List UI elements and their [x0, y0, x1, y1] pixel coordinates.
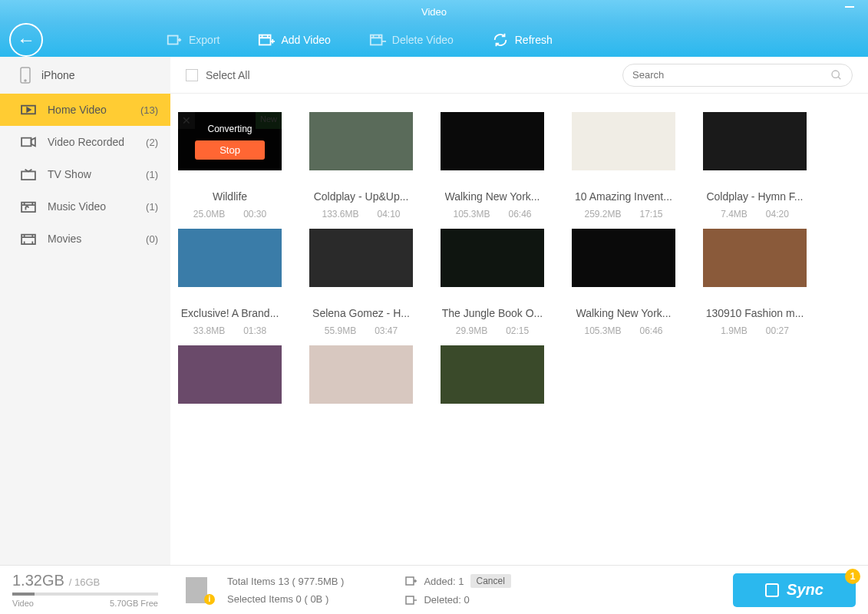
svg-rect-12 — [406, 596, 414, 604]
sidebar-item-music-video[interactable]: Music Video(1) — [0, 190, 170, 223]
sync-button[interactable]: Sync 1 — [733, 573, 856, 607]
stats: Total Items 13 ( 977.5MB ) Selected Item… — [227, 576, 344, 605]
video-thumbnail — [441, 345, 544, 404]
video-title: 10 Amazing Invent... — [575, 190, 672, 203]
video-meta: 25.0MB00:30 — [193, 209, 266, 220]
delete-video-button[interactable]: Delete Video — [369, 31, 454, 48]
video-card[interactable]: Coldplay - Up&Up...133.6MB04:10 — [309, 112, 413, 220]
delete-video-icon — [369, 31, 386, 48]
sync-label: Sync — [787, 581, 823, 599]
added-icon — [405, 576, 417, 586]
video-size: 25.0MB — [193, 209, 225, 220]
sidebar-item-count: (1) — [146, 201, 158, 213]
video-title: Walking New York... — [445, 190, 540, 203]
video-thumbnail — [703, 112, 807, 170]
video-card[interactable] — [309, 345, 413, 430]
video-card[interactable]: Walking New York...105.3MB06:46 — [441, 112, 544, 220]
device-label: iPhone — [41, 69, 75, 81]
video-card[interactable] — [441, 345, 544, 430]
video-card[interactable]: 130910 Fashion m...1.9MB00:27 — [703, 229, 807, 336]
refresh-icon — [492, 31, 509, 48]
search-box[interactable] — [622, 64, 853, 87]
video-title: Wildlife — [213, 190, 247, 203]
sidebar-item-movies[interactable]: Movies(0) — [0, 223, 170, 255]
info-icon[interactable]: i — [186, 577, 212, 603]
video-size: 33.8MB — [193, 325, 225, 336]
sidebar-item-tv-show[interactable]: TV Show(1) — [0, 158, 170, 190]
video-card[interactable]: 10 Amazing Invent...259.2MB17:15 — [572, 112, 675, 220]
footer: 1.32GB / 16GB Video 5.70GB Free i Total … — [0, 565, 868, 614]
device-row[interactable]: iPhone — [0, 57, 170, 94]
search-input[interactable] — [632, 69, 830, 81]
svg-rect-7 — [21, 171, 35, 180]
storage-bar — [12, 593, 158, 596]
svg-point-10 — [832, 71, 839, 78]
video-card[interactable]: Exclusive! A Brand...33.8MB01:38 — [178, 229, 282, 336]
add-video-button[interactable]: Add Video — [258, 31, 330, 48]
phone-icon — [20, 67, 31, 84]
video-title: Coldplay - Hymn F... — [706, 190, 803, 203]
cancel-button[interactable]: Cancel — [470, 574, 511, 588]
video-card[interactable]: Coldplay - Hymn F...7.4MB04:20 — [703, 112, 807, 220]
video-title: Selena Gomez - H... — [312, 307, 410, 319]
video-title: Coldplay - Up&Up... — [314, 190, 409, 203]
export-icon — [166, 31, 183, 48]
video-duration: 00:27 — [766, 325, 789, 336]
storage-free: 5.70GB Free — [110, 599, 158, 608]
video-meta: 55.9MB03:47 — [325, 325, 398, 336]
svg-point-4 — [25, 80, 26, 81]
export-label: Export — [189, 34, 219, 46]
sidebar-item-count: (2) — [146, 137, 158, 148]
add-video-icon — [258, 31, 275, 48]
video-card[interactable]: The Jungle Book O...29.9MB02:15 — [441, 229, 544, 336]
video-meta: 33.8MB01:38 — [193, 325, 266, 336]
storage-label: Video — [12, 599, 34, 608]
video-duration: 17:15 — [640, 209, 663, 220]
deleted-icon — [405, 595, 417, 606]
toolbar: ← Export Add Video Delete Video Refresh — [0, 23, 868, 57]
video-title: 130910 Fashion m... — [706, 307, 804, 319]
deleted-label: Deleted: 0 — [424, 594, 469, 606]
video-thumbnail — [572, 229, 675, 287]
video-duration: 03:47 — [375, 325, 398, 336]
svg-rect-1 — [259, 35, 271, 45]
video-card[interactable]: Selena Gomez - H...55.9MB03:47 — [309, 229, 413, 336]
video-meta: 105.3MB06:46 — [584, 325, 662, 336]
video-duration: 02:15 — [506, 325, 529, 336]
sidebar-item-label: Video Recorded — [48, 136, 124, 148]
selected-items: Selected Items 0 ( 0B ) — [227, 593, 344, 605]
video-size: 133.6MB — [322, 209, 358, 220]
video-title: Exclusive! A Brand... — [181, 307, 279, 319]
sidebar-item-count: (13) — [140, 104, 158, 116]
sync-icon — [765, 583, 779, 597]
video-meta: 1.9MB00:27 — [721, 325, 789, 336]
stop-button[interactable]: Stop — [195, 140, 265, 160]
header-row: Select All — [170, 57, 868, 94]
sidebar-item-home-video[interactable]: Home Video(13) — [0, 94, 170, 126]
svg-rect-2 — [371, 35, 382, 45]
refresh-button[interactable]: Refresh — [492, 31, 553, 48]
back-button[interactable]: ← — [9, 23, 43, 57]
video-meta: 259.2MB17:15 — [584, 209, 662, 220]
video-duration: 06:46 — [640, 325, 663, 336]
video-card[interactable] — [178, 345, 282, 430]
video-card[interactable]: Walking New York...105.3MB06:46 — [572, 229, 675, 336]
svg-rect-0 — [168, 36, 178, 45]
storage-info: 1.32GB / 16GB Video 5.70GB Free — [12, 572, 170, 608]
video-title: Walking New York... — [576, 307, 672, 319]
sidebar-item-label: Movies — [48, 233, 81, 245]
video-card[interactable]: ✕NewConvertingStopWildlife25.0MB00:30 — [178, 112, 282, 220]
svg-rect-6 — [21, 138, 31, 147]
export-button[interactable]: Export — [166, 31, 219, 48]
video-thumbnail: ✕NewConvertingStop — [178, 112, 282, 170]
video-thumbnail — [309, 229, 413, 287]
select-all-checkbox[interactable] — [186, 69, 198, 81]
change-stats: Added: 1 Cancel Deleted: 0 — [405, 574, 510, 606]
storage-used: 1.32GB — [12, 572, 64, 589]
video-grid: ✕NewConvertingStopWildlife25.0MB00:30Col… — [170, 94, 868, 565]
video-duration: 00:30 — [243, 209, 266, 220]
main-panel: Select All ✕NewConvertingStopWildlife25.… — [170, 57, 868, 565]
sidebar-item-video-recorded[interactable]: Video Recorded(2) — [0, 126, 170, 158]
titlebar: Video — [0, 0, 868, 23]
minimize-button[interactable] — [845, 6, 854, 8]
